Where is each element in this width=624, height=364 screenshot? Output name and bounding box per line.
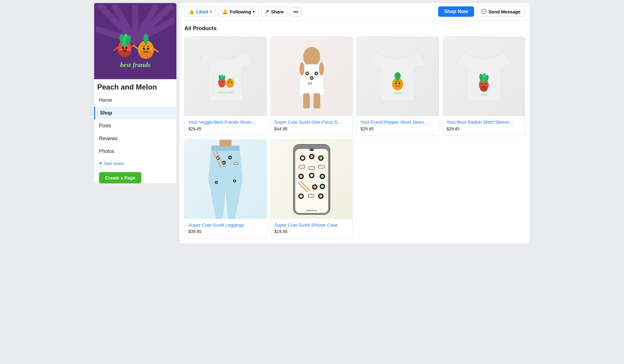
product-name-pepper-shirt: Your Frand Pepper Short Sleev... bbox=[360, 119, 435, 125]
svg-point-88 bbox=[310, 155, 313, 158]
product-price-pepper-shirt: $29.45 bbox=[360, 126, 435, 131]
svg-point-34 bbox=[220, 82, 221, 83]
svg-rect-37 bbox=[229, 79, 230, 81]
liked-chevron-icon: ▾ bbox=[210, 10, 212, 14]
following-button[interactable]: 🔔 Following ▾ bbox=[218, 7, 259, 16]
product-image-pepper-shirt: frands bbox=[357, 37, 439, 116]
main-content: 👍 Liked ▾ 🔔 Following ▾ ↗ Share ••• Shop… bbox=[179, 3, 530, 243]
sidebar-item-photos[interactable]: Photos bbox=[94, 145, 176, 158]
sidebar-nav: Home Shop Posts Reviews Photos See more … bbox=[94, 94, 176, 183]
svg-point-61 bbox=[480, 86, 488, 92]
product-info-pepper-shirt: Your Frand Pepper Short Sleev... $29.45 bbox=[357, 116, 439, 136]
share-label: Share bbox=[271, 9, 284, 14]
products-grid-row1: best frands Your Veggie Best Frands Shor… bbox=[184, 37, 525, 136]
product-price-veggie-shirt: $29.45 bbox=[188, 126, 263, 131]
svg-text:frands: frands bbox=[393, 91, 402, 95]
product-info-radish-shirt: Your Best Radish Short Sleeve ... $29.45 bbox=[443, 116, 525, 136]
product-price-sushi-swimsuit: $44.95 bbox=[275, 126, 349, 131]
svg-point-53 bbox=[319, 62, 324, 76]
svg-point-25 bbox=[141, 49, 144, 51]
following-chevron-icon: ▾ bbox=[253, 10, 255, 14]
product-card-radish-shirt[interactable]: best Your Best Radish Short Sleeve ... $… bbox=[443, 37, 525, 136]
sidebar: best frands Peach and Melon Home Shop Po… bbox=[94, 3, 176, 243]
svg-rect-96 bbox=[319, 165, 324, 168]
svg-point-73 bbox=[229, 157, 231, 158]
svg-rect-82 bbox=[219, 140, 232, 147]
svg-rect-75 bbox=[234, 163, 238, 164]
sidebar-item-reviews[interactable]: Reviews bbox=[94, 132, 176, 145]
thumbs-up-icon: 👍 bbox=[188, 9, 194, 15]
svg-text:best: best bbox=[481, 93, 487, 96]
sidebar-item-posts[interactable]: Posts bbox=[94, 119, 176, 132]
svg-point-58 bbox=[399, 83, 400, 84]
products-section: All Products bbox=[179, 20, 530, 243]
product-name-radish-shirt: Your Best Radish Short Sleeve ... bbox=[447, 119, 521, 125]
svg-point-79 bbox=[216, 182, 217, 183]
product-card-veggie-shirt[interactable]: best frands Your Veggie Best Frands Shor… bbox=[184, 37, 267, 136]
svg-rect-94 bbox=[309, 167, 314, 169]
svg-point-45 bbox=[311, 77, 313, 79]
product-image-sushi-leggings bbox=[185, 140, 267, 219]
liked-button[interactable]: 👍 Liked ▾ bbox=[184, 7, 216, 17]
product-card-sushi-iphone[interactable]: Super Cute Sushi iPhone Case $19.95 bbox=[271, 140, 353, 239]
product-name-sushi-leggings: Super Cute Sushi Leggings bbox=[188, 222, 263, 228]
svg-text:best frands: best frands bbox=[120, 61, 151, 69]
product-card-sushi-leggings[interactable]: Super Cute Sushi Leggings $39.95 bbox=[184, 140, 267, 239]
page-name: Peach and Melon bbox=[94, 79, 176, 94]
chevron-down-icon bbox=[99, 163, 102, 164]
svg-rect-112 bbox=[308, 194, 314, 197]
shop-now-button[interactable]: Shop Now bbox=[438, 6, 474, 17]
svg-text:best frands: best frands bbox=[218, 90, 233, 94]
more-options-button[interactable]: ••• bbox=[290, 7, 302, 16]
section-title: All Products bbox=[184, 25, 525, 32]
sidebar-item-shop[interactable]: Shop bbox=[94, 107, 176, 119]
product-card-pepper-shirt[interactable]: frands Your Frand Pepper Short Sleev... … bbox=[356, 37, 439, 136]
sidebar-item-home[interactable]: Home bbox=[94, 94, 176, 107]
svg-point-65 bbox=[481, 83, 483, 85]
product-info-sushi-swimsuit: Super Cute Sushi One-Piece S... $44.95 bbox=[271, 116, 353, 136]
svg-point-15 bbox=[120, 49, 123, 51]
svg-point-106 bbox=[313, 186, 316, 189]
svg-point-14 bbox=[126, 47, 127, 49]
product-name-sushi-swimsuit: Super Cute Sushi One-Piece S... bbox=[275, 119, 349, 125]
svg-rect-117 bbox=[306, 210, 317, 211]
svg-point-100 bbox=[310, 174, 313, 177]
svg-point-116 bbox=[311, 149, 312, 150]
svg-point-26 bbox=[148, 49, 151, 51]
product-image-sushi-iphone bbox=[271, 140, 353, 219]
send-message-button[interactable]: 💬 Send Message bbox=[477, 6, 525, 17]
svg-point-52 bbox=[300, 62, 304, 76]
svg-point-13 bbox=[122, 47, 124, 49]
share-button[interactable]: ↗ Share bbox=[261, 7, 288, 16]
following-label: Following bbox=[230, 9, 251, 14]
svg-point-16 bbox=[126, 49, 129, 51]
svg-point-81 bbox=[234, 180, 236, 182]
svg-point-98 bbox=[300, 175, 303, 178]
product-name-sushi-iphone: Super Cute Sushi iPhone Case bbox=[275, 222, 349, 228]
product-image-veggie-shirt: best frands bbox=[185, 37, 267, 116]
svg-rect-51 bbox=[314, 93, 320, 108]
create-page-button[interactable]: Create a Page bbox=[99, 172, 141, 183]
svg-point-66 bbox=[485, 83, 486, 85]
product-info-sushi-leggings: Super Cute Sushi Leggings $39.95 bbox=[185, 219, 267, 239]
send-message-label: Send Message bbox=[489, 9, 520, 14]
product-name-veggie-shirt: Your Veggie Best Frands Short... bbox=[188, 119, 263, 125]
svg-point-110 bbox=[300, 195, 303, 198]
svg-point-39 bbox=[231, 82, 232, 83]
product-info-sushi-iphone: Super Cute Sushi iPhone Case $19.95 bbox=[271, 219, 353, 239]
svg-point-56 bbox=[395, 72, 401, 80]
see-more-button[interactable]: See more bbox=[94, 158, 176, 169]
svg-rect-50 bbox=[303, 93, 310, 108]
messenger-icon: 💬 bbox=[481, 9, 487, 14]
product-price-sushi-leggings: $39.95 bbox=[188, 229, 263, 234]
svg-point-57 bbox=[395, 83, 397, 84]
svg-point-90 bbox=[319, 157, 322, 160]
liked-label: Liked bbox=[196, 9, 208, 14]
svg-rect-49 bbox=[308, 83, 311, 84]
svg-point-35 bbox=[223, 82, 224, 83]
svg-point-41 bbox=[303, 47, 320, 66]
svg-point-69 bbox=[217, 157, 219, 159]
page-cover: best frands bbox=[94, 3, 176, 79]
see-more-label: See more bbox=[104, 161, 124, 166]
product-card-sushi-swimsuit[interactable]: Super Cute Sushi One-Piece S... $44.95 bbox=[271, 37, 353, 136]
